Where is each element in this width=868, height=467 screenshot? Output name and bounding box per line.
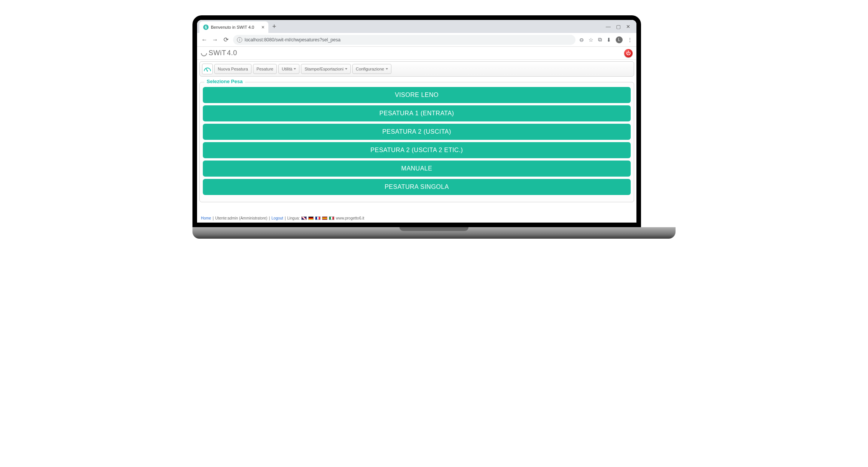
browser-tab[interactable]: 6 Benvenuto in SWIT 4.0 × [199, 21, 268, 33]
flag-es-icon[interactable] [322, 216, 327, 220]
svg-point-1 [207, 70, 208, 72]
content-area: Selezione Pesa VISORE LENO PESATURA 1 (E… [197, 78, 636, 214]
favicon-icon: 6 [203, 25, 209, 30]
nav-pesature[interactable]: Pesature [253, 64, 277, 74]
power-button[interactable]: ⏻ [624, 49, 633, 57]
flag-de-icon[interactable] [308, 216, 314, 220]
forward-button[interactable]: → [212, 36, 219, 43]
footer-lang-label: Lingua: [287, 216, 300, 220]
laptop-mockup: 6 Benvenuto in SWIT 4.0 × + — ▢ ✕ ← → ⟳ … [192, 15, 641, 227]
chevron-down-icon [345, 68, 347, 70]
btn-pesatura-singola[interactable]: PESATURA SINGOLA [203, 179, 631, 195]
maximize-button[interactable]: ▢ [616, 24, 621, 29]
selezione-pesa-panel: Selezione Pesa VISORE LENO PESATURA 1 (E… [199, 82, 634, 202]
site-info-icon[interactable]: i [237, 37, 242, 43]
panel-title: Selezione Pesa [204, 79, 245, 84]
tab-bar: 6 Benvenuto in SWIT 4.0 × + — ▢ ✕ [197, 20, 636, 33]
url-text: localhost:8080/swit-ml/chwpesatures?sel_… [245, 37, 340, 43]
logo-arc-icon [200, 49, 209, 57]
url-input[interactable]: i localhost:8080/swit-ml/chwpesatures?se… [233, 35, 575, 45]
gauge-icon[interactable] [202, 64, 213, 74]
footer-sep: | [285, 216, 286, 220]
logo-version: 4.0 [227, 49, 237, 57]
nav-stampe-esportazioni[interactable]: Stampe/Esportazioni [301, 64, 351, 74]
footer-logout-link[interactable]: Logout [271, 216, 283, 220]
footer-site: www.progetto6.it [336, 216, 364, 220]
flag-fr-icon[interactable] [315, 216, 321, 220]
nav-utilita[interactable]: Utilità [278, 64, 300, 74]
footer: Home | Utente:admin (Amministratore) | L… [197, 214, 636, 223]
download-icon[interactable]: ⬇ [607, 37, 611, 43]
chevron-down-icon [294, 68, 296, 70]
btn-pesatura-2-uscita-2-etic[interactable]: PESATURA 2 (USCITA 2 ETIC.) [203, 142, 631, 158]
back-button[interactable]: ← [201, 36, 208, 43]
close-window-button[interactable]: ✕ [626, 24, 630, 29]
footer-sep: | [213, 216, 214, 220]
zoom-icon[interactable]: ⊖ [579, 37, 584, 43]
tab-title: Benvenuto in SWIT 4.0 [211, 25, 254, 29]
profile-avatar[interactable]: L [616, 36, 623, 43]
nav-nuova-pesatura[interactable]: Nuova Pesatura [214, 64, 252, 74]
app-logo: SWiT 4.0 [201, 49, 237, 57]
flag-it-icon[interactable] [329, 216, 334, 220]
app-header: SWiT 4.0 ⏻ [197, 47, 636, 60]
nav-configurazione[interactable]: Configurazione [352, 64, 391, 74]
btn-manuale[interactable]: MANUALE [203, 161, 631, 177]
close-tab-icon[interactable]: × [261, 24, 265, 30]
main-nav: Nuova Pesatura Pesature Utilità Stampe/E… [199, 61, 634, 77]
app-viewport: SWiT 4.0 ⏻ Nuova Pesatura Pesature Utili… [197, 47, 636, 223]
btn-pesatura-1-entrata[interactable]: PESATURA 1 (ENTRATA) [203, 105, 631, 121]
footer-sep: | [269, 216, 270, 220]
btn-visore-leno[interactable]: VISORE LENO [203, 87, 631, 103]
extensions-icon[interactable]: ⧉ [598, 36, 602, 43]
btn-pesatura-2-uscita[interactable]: PESATURA 2 (USCITA) [203, 124, 631, 140]
window-controls: — ▢ ✕ [606, 24, 634, 29]
footer-user: Utente:admin (Amministratore) [215, 216, 267, 220]
bookmark-star-icon[interactable]: ☆ [589, 37, 593, 43]
reload-button[interactable]: ⟳ [222, 36, 229, 43]
new-tab-button[interactable]: + [268, 23, 280, 31]
minimize-button[interactable]: — [606, 24, 611, 29]
laptop-base [192, 227, 676, 239]
footer-home-link[interactable]: Home [201, 216, 211, 220]
laptop-notch [399, 227, 469, 231]
logo-text: SWiT [209, 49, 226, 57]
flag-uk-icon[interactable] [301, 216, 307, 220]
address-bar: ← → ⟳ i localhost:8080/swit-ml/chwpesatu… [197, 33, 636, 47]
menu-icon[interactable]: ⋮ [627, 37, 633, 43]
browser-window: 6 Benvenuto in SWIT 4.0 × + — ▢ ✕ ← → ⟳ … [197, 20, 636, 47]
chevron-down-icon [386, 68, 388, 70]
